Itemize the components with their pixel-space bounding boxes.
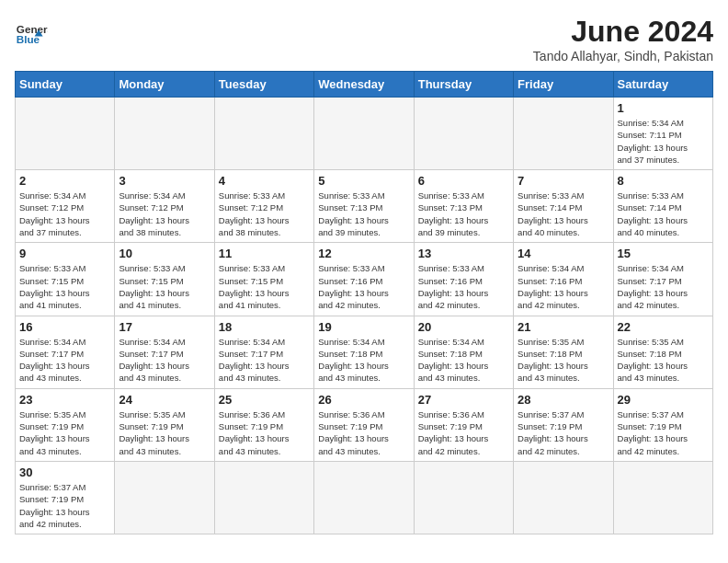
day-number: 1 [618, 101, 709, 115]
calendar-day-cell [314, 98, 414, 170]
calendar-week-row: 30Sunrise: 5:37 AMSunset: 7:19 PMDayligh… [16, 461, 713, 534]
calendar-day-cell [414, 98, 513, 170]
main-title: June 2024 [533, 15, 713, 49]
day-number: 10 [119, 247, 210, 260]
day-info: Sunrise: 5:33 AMSunset: 7:16 PMDaylight:… [418, 262, 509, 311]
day-number: 28 [518, 393, 609, 407]
day-info: Sunrise: 5:33 AMSunset: 7:12 PMDaylight:… [219, 190, 310, 238]
day-number: 26 [318, 393, 409, 407]
calendar-day-cell: 9Sunrise: 5:33 AMSunset: 7:15 PMDaylight… [16, 243, 115, 316]
day-number: 19 [318, 320, 409, 334]
calendar-day-cell: 30Sunrise: 5:37 AMSunset: 7:19 PMDayligh… [16, 461, 115, 534]
calendar-day-cell: 8Sunrise: 5:33 AMSunset: 7:14 PMDaylight… [613, 170, 712, 243]
calendar-day-cell: 6Sunrise: 5:33 AMSunset: 7:13 PMDaylight… [414, 170, 513, 243]
logo-icon: General Blue [15, 15, 48, 48]
day-info: Sunrise: 5:33 AMSunset: 7:14 PMDaylight:… [518, 190, 609, 238]
day-number: 6 [418, 174, 509, 188]
day-number: 11 [219, 247, 310, 260]
calendar-day-cell: 17Sunrise: 5:34 AMSunset: 7:17 PMDayligh… [115, 316, 214, 388]
day-number: 30 [19, 465, 110, 479]
day-number: 9 [19, 247, 110, 260]
day-info: Sunrise: 5:34 AMSunset: 7:12 PMDaylight:… [19, 190, 110, 238]
calendar-day-cell: 19Sunrise: 5:34 AMSunset: 7:18 PMDayligh… [314, 316, 414, 388]
calendar-day-cell: 29Sunrise: 5:37 AMSunset: 7:19 PMDayligh… [613, 388, 712, 461]
header-monday: Monday [115, 72, 214, 98]
day-number: 13 [418, 247, 509, 260]
day-info: Sunrise: 5:36 AMSunset: 7:19 PMDaylight:… [418, 408, 509, 457]
calendar-week-row: 2Sunrise: 5:34 AMSunset: 7:12 PMDaylight… [16, 170, 713, 243]
day-info: Sunrise: 5:34 AMSunset: 7:11 PMDaylight:… [618, 117, 709, 166]
day-info: Sunrise: 5:33 AMSunset: 7:14 PMDaylight:… [618, 190, 709, 238]
calendar-day-cell: 20Sunrise: 5:34 AMSunset: 7:18 PMDayligh… [414, 316, 513, 388]
calendar-day-cell [314, 461, 414, 534]
calendar-day-cell [514, 98, 613, 170]
day-info: Sunrise: 5:33 AMSunset: 7:15 PMDaylight:… [119, 262, 210, 311]
calendar-day-cell [214, 98, 313, 170]
calendar-day-cell: 11Sunrise: 5:33 AMSunset: 7:15 PMDayligh… [214, 243, 313, 316]
day-info: Sunrise: 5:34 AMSunset: 7:17 PMDaylight:… [119, 336, 210, 385]
day-info: Sunrise: 5:36 AMSunset: 7:19 PMDaylight:… [219, 408, 310, 457]
day-number: 15 [618, 247, 709, 260]
day-info: Sunrise: 5:36 AMSunset: 7:19 PMDaylight:… [318, 408, 409, 457]
calendar-day-cell: 5Sunrise: 5:33 AMSunset: 7:13 PMDaylight… [314, 170, 414, 243]
title-area: June 2024 Tando Allahyar, Sindh, Pakista… [533, 15, 713, 63]
logo: General Blue [15, 15, 48, 48]
day-info: Sunrise: 5:33 AMSunset: 7:13 PMDaylight:… [318, 190, 409, 238]
calendar-day-cell: 10Sunrise: 5:33 AMSunset: 7:15 PMDayligh… [115, 243, 214, 316]
day-info: Sunrise: 5:34 AMSunset: 7:17 PMDaylight:… [19, 336, 110, 385]
header-tuesday: Tuesday [214, 72, 313, 98]
day-info: Sunrise: 5:34 AMSunset: 7:16 PMDaylight:… [518, 262, 609, 311]
calendar-day-cell [613, 461, 712, 534]
page-header: General Blue June 2024 Tando Allahyar, S… [15, 15, 713, 63]
day-number: 27 [418, 393, 509, 407]
calendar-day-cell: 18Sunrise: 5:34 AMSunset: 7:17 PMDayligh… [214, 316, 313, 388]
svg-text:Blue: Blue [17, 33, 40, 45]
calendar-day-cell: 14Sunrise: 5:34 AMSunset: 7:16 PMDayligh… [514, 243, 613, 316]
calendar-day-cell: 15Sunrise: 5:34 AMSunset: 7:17 PMDayligh… [613, 243, 712, 316]
calendar-day-cell: 13Sunrise: 5:33 AMSunset: 7:16 PMDayligh… [414, 243, 513, 316]
header-friday: Friday [514, 72, 613, 98]
header-sunday: Sunday [16, 72, 115, 98]
calendar-day-cell: 28Sunrise: 5:37 AMSunset: 7:19 PMDayligh… [514, 388, 613, 461]
day-number: 3 [119, 174, 210, 188]
subtitle: Tando Allahyar, Sindh, Pakistan [533, 49, 713, 63]
day-info: Sunrise: 5:35 AMSunset: 7:18 PMDaylight:… [518, 336, 609, 385]
calendar-day-cell: 27Sunrise: 5:36 AMSunset: 7:19 PMDayligh… [414, 388, 513, 461]
day-info: Sunrise: 5:37 AMSunset: 7:19 PMDaylight:… [618, 408, 709, 457]
header-saturday: Saturday [613, 72, 712, 98]
calendar-week-row: 23Sunrise: 5:35 AMSunset: 7:19 PMDayligh… [16, 388, 713, 461]
calendar-day-cell: 12Sunrise: 5:33 AMSunset: 7:16 PMDayligh… [314, 243, 414, 316]
calendar-day-cell [16, 98, 115, 170]
calendar-day-cell: 21Sunrise: 5:35 AMSunset: 7:18 PMDayligh… [514, 316, 613, 388]
calendar-day-cell: 24Sunrise: 5:35 AMSunset: 7:19 PMDayligh… [115, 388, 214, 461]
calendar-table: Sunday Monday Tuesday Wednesday Thursday… [15, 71, 713, 534]
calendar-day-cell: 23Sunrise: 5:35 AMSunset: 7:19 PMDayligh… [16, 388, 115, 461]
header-wednesday: Wednesday [314, 72, 414, 98]
calendar-day-cell: 22Sunrise: 5:35 AMSunset: 7:18 PMDayligh… [613, 316, 712, 388]
weekday-header-row: Sunday Monday Tuesday Wednesday Thursday… [16, 72, 713, 98]
day-number: 22 [618, 320, 709, 334]
day-number: 8 [618, 174, 709, 188]
calendar-day-cell [115, 98, 214, 170]
day-number: 2 [19, 174, 110, 188]
day-info: Sunrise: 5:34 AMSunset: 7:17 PMDaylight:… [618, 262, 709, 311]
day-info: Sunrise: 5:37 AMSunset: 7:19 PMDaylight:… [518, 408, 609, 457]
day-info: Sunrise: 5:37 AMSunset: 7:19 PMDaylight:… [19, 481, 110, 530]
calendar-week-row: 16Sunrise: 5:34 AMSunset: 7:17 PMDayligh… [16, 316, 713, 388]
day-info: Sunrise: 5:33 AMSunset: 7:13 PMDaylight:… [418, 190, 509, 238]
day-info: Sunrise: 5:35 AMSunset: 7:18 PMDaylight:… [618, 336, 709, 385]
calendar-week-row: 9Sunrise: 5:33 AMSunset: 7:15 PMDaylight… [16, 243, 713, 316]
day-info: Sunrise: 5:35 AMSunset: 7:19 PMDaylight:… [19, 408, 110, 457]
day-number: 14 [518, 247, 609, 260]
calendar-day-cell [414, 461, 513, 534]
calendar-day-cell: 16Sunrise: 5:34 AMSunset: 7:17 PMDayligh… [16, 316, 115, 388]
day-number: 4 [219, 174, 310, 188]
calendar-day-cell: 26Sunrise: 5:36 AMSunset: 7:19 PMDayligh… [314, 388, 414, 461]
calendar-day-cell [115, 461, 214, 534]
calendar-day-cell: 3Sunrise: 5:34 AMSunset: 7:12 PMDaylight… [115, 170, 214, 243]
day-info: Sunrise: 5:34 AMSunset: 7:17 PMDaylight:… [219, 336, 310, 385]
day-number: 23 [19, 393, 110, 407]
day-info: Sunrise: 5:33 AMSunset: 7:15 PMDaylight:… [19, 262, 110, 311]
day-number: 16 [19, 320, 110, 334]
calendar-day-cell: 4Sunrise: 5:33 AMSunset: 7:12 PMDaylight… [214, 170, 313, 243]
